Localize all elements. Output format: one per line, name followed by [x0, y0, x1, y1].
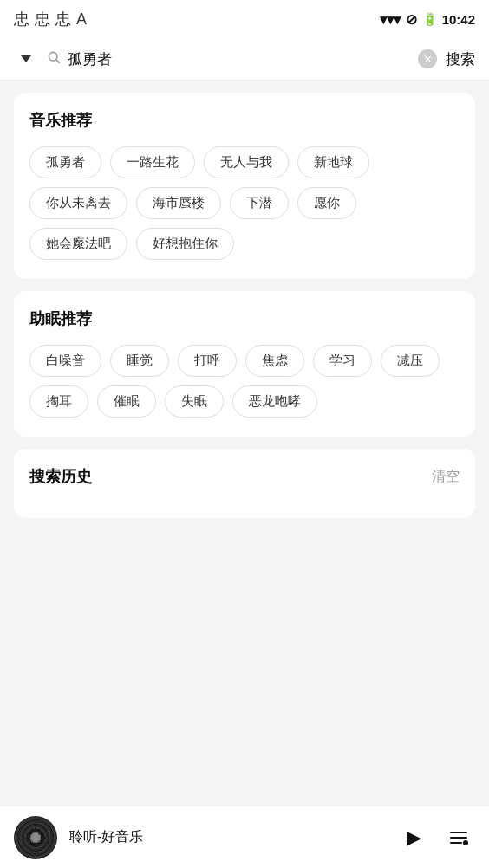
- music-tag[interactable]: 你从未离去: [29, 187, 127, 219]
- sleep-tag[interactable]: 减压: [381, 345, 440, 377]
- sleep-tag[interactable]: 学习: [313, 345, 372, 377]
- main-content: 音乐推荐 孤勇者一路生花无人与我新地球你从未离去海市蜃楼下潜愿你她会魔法吧好想抱…: [0, 81, 489, 800]
- music-tag[interactable]: 孤勇者: [29, 146, 101, 178]
- status-left: 忠 忠 忠 A: [14, 9, 87, 29]
- sleep-tags-wrap: 白噪音睡觉打呼焦虑学习减压掏耳催眠失眠恶龙咆哮: [29, 345, 460, 418]
- music-tag[interactable]: 海市蜃楼: [136, 187, 221, 219]
- sleep-tag[interactable]: 掏耳: [29, 385, 88, 418]
- music-tag[interactable]: 好想抱住你: [136, 228, 234, 260]
- music-tag[interactable]: 下潜: [230, 187, 289, 219]
- search-history-section: 搜索历史 清空: [14, 449, 475, 518]
- playlist-button[interactable]: [442, 821, 475, 854]
- music-tag[interactable]: 新地球: [297, 146, 369, 178]
- music-tags-wrap: 孤勇者一路生花无人与我新地球你从未离去海市蜃楼下潜愿你她会魔法吧好想抱住你: [29, 146, 460, 260]
- svg-marker-0: [21, 55, 31, 62]
- history-header: 搜索历史 清空: [29, 466, 460, 487]
- search-query-text[interactable]: 孤勇者: [68, 49, 409, 69]
- notification-icon-3: 忠: [55, 9, 71, 29]
- sleep-tag[interactable]: 焦虑: [245, 345, 304, 377]
- signal-icon: ⊘: [406, 11, 417, 28]
- playlist-icon: [449, 829, 468, 846]
- notification-icon-2: 忠: [35, 9, 50, 29]
- clear-button[interactable]: ✕: [418, 49, 437, 68]
- sleep-recommend-section: 助眠推荐 白噪音睡觉打呼焦虑学习减压掏耳催眠失眠恶龙咆哮: [14, 291, 475, 437]
- play-icon: ▶: [407, 826, 421, 849]
- history-title: 搜索历史: [29, 466, 92, 487]
- search-bar: 孤勇者 ✕ 搜索: [0, 38, 489, 81]
- sleep-tag[interactable]: 恶龙咆哮: [232, 385, 317, 418]
- time-display: 10:42: [442, 12, 475, 27]
- search-button[interactable]: 搜索: [446, 49, 475, 69]
- sleep-tag[interactable]: 失眠: [165, 385, 224, 418]
- search-input-wrap: 孤勇者: [47, 49, 409, 69]
- music-recommend-section: 音乐推荐 孤勇者一路生花无人与我新地球你从未离去海市蜃楼下潜愿你她会魔法吧好想抱…: [14, 93, 475, 279]
- song-title: 聆听-好音乐: [69, 828, 385, 846]
- player-bar: 聆听-好音乐 ▶: [0, 806, 489, 868]
- music-recommend-title: 音乐推荐: [29, 110, 460, 131]
- status-right: ▾▾▾ ⊘ 🔋 10:42: [380, 11, 475, 28]
- music-tag[interactable]: 愿你: [297, 187, 356, 219]
- music-tag[interactable]: 无人与我: [204, 146, 289, 178]
- vinyl-record[interactable]: [14, 816, 57, 859]
- notification-icon-1: 忠: [14, 9, 29, 29]
- sleep-tag[interactable]: 白噪音: [29, 345, 101, 377]
- dropdown-button[interactable]: [14, 47, 38, 71]
- music-tag[interactable]: 她会魔法吧: [29, 228, 127, 260]
- music-tag[interactable]: 一路生花: [110, 146, 195, 178]
- search-icon: [47, 50, 61, 68]
- wifi-icon: ▾▾▾: [380, 11, 401, 28]
- play-button[interactable]: ▶: [397, 821, 430, 854]
- svg-point-6: [463, 840, 468, 845]
- status-bar: 忠 忠 忠 A ▾▾▾ ⊘ 🔋 10:42: [0, 0, 489, 38]
- battery-icon: 🔋: [422, 12, 437, 26]
- sleep-tag[interactable]: 打呼: [178, 345, 237, 377]
- sleep-recommend-title: 助眠推荐: [29, 308, 460, 329]
- sleep-tag[interactable]: 睡觉: [110, 345, 169, 377]
- keyboard-icon: A: [76, 10, 87, 29]
- svg-line-2: [56, 60, 60, 63]
- sleep-tag[interactable]: 催眠: [97, 385, 156, 418]
- clear-history-button[interactable]: 清空: [432, 468, 460, 486]
